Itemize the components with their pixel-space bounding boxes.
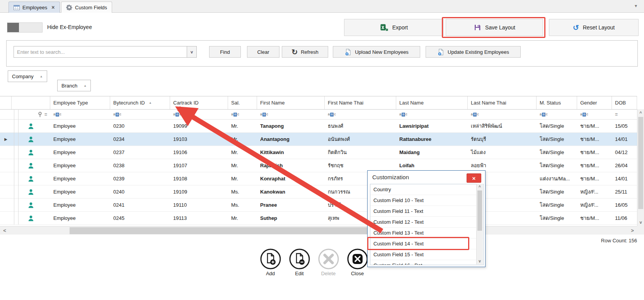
table-row[interactable]: ▶ Employee 0240 19109 Ms. Kanokwan กนกวร… bbox=[0, 185, 637, 199]
column-label: Sal. bbox=[231, 100, 240, 106]
column-header-m-status[interactable]: M. Status bbox=[537, 96, 577, 109]
column-header-last-name[interactable]: Last Name bbox=[396, 96, 468, 109]
column-header-dob[interactable]: DOB bbox=[612, 96, 637, 109]
filter-operator-icon[interactable]: = bbox=[44, 112, 47, 117]
vertical-scrollbar[interactable]: ^ v bbox=[637, 109, 644, 226]
horizontal-scrollbar[interactable]: < > bbox=[0, 226, 637, 235]
customization-list-item[interactable]: Custom Field 14 - Text bbox=[370, 238, 483, 249]
clear-button[interactable]: Clear bbox=[247, 46, 279, 58]
tab-close-icon[interactable]: × bbox=[51, 5, 55, 10]
filter-cell-first-name-thai[interactable]: aBc bbox=[325, 110, 396, 119]
column-header-last-name-thai[interactable]: Last Name Thai bbox=[468, 96, 537, 109]
group-chip-company[interactable]: Company ▲ bbox=[8, 70, 47, 82]
column-header-first-name[interactable]: First Name bbox=[257, 96, 325, 109]
filter-cell-last-name[interactable]: aBc bbox=[396, 110, 468, 119]
filter-cell-dob[interactable]: = bbox=[612, 110, 637, 119]
add-button[interactable]: Add bbox=[256, 248, 285, 276]
add-record-icon bbox=[260, 248, 281, 270]
employees-grid: Employee Type Bytecrunch ID▲ Cartrack ID… bbox=[0, 96, 637, 225]
update-existing-employees-button[interactable]: Update Existing Employees bbox=[426, 46, 521, 58]
column-header-gender[interactable]: Gender bbox=[577, 96, 612, 109]
customization-list-item[interactable]: Custom Field 15 - Text bbox=[370, 249, 483, 260]
text-filter-icon: aBc bbox=[260, 113, 268, 117]
table-row[interactable]: ▶ Employee 0245 19113 Mr. Suthep สุเทพ โ… bbox=[0, 212, 637, 225]
cell-dob: 16/05 bbox=[612, 199, 637, 211]
text-filter-icon: aBc bbox=[328, 113, 336, 117]
document-add-icon bbox=[344, 48, 352, 56]
filter-cell-gender[interactable]: aBc bbox=[577, 110, 612, 119]
filter-cell-employee-type[interactable]: aBc bbox=[50, 110, 110, 119]
cell-employee-type: Employee bbox=[50, 212, 110, 225]
text-filter-icon: aBc bbox=[231, 113, 239, 117]
column-label: Last Name Thai bbox=[471, 100, 506, 106]
export-button[interactable]: Export bbox=[344, 19, 444, 36]
tab-list-dropdown-icon[interactable]: ▾ bbox=[635, 3, 637, 9]
filter-cell-bytecrunch-id[interactable]: aBc bbox=[110, 110, 170, 119]
customization-list-item[interactable]: Custom Field 16 - Dat bbox=[370, 260, 483, 265]
column-header-first-name-thai[interactable]: First Name Thai bbox=[325, 96, 396, 109]
find-button[interactable]: Find bbox=[209, 46, 241, 58]
column-label: DOB bbox=[615, 100, 626, 106]
group-indent-line bbox=[18, 109, 19, 225]
scroll-left-icon[interactable]: < bbox=[1, 226, 9, 235]
table-row[interactable]: ▶ Employee 0237 19106 Mr. Kittikawin กิต… bbox=[0, 146, 637, 159]
scroll-up-icon[interactable]: ^ bbox=[637, 110, 644, 116]
table-row[interactable]: ▶ Employee 0241 19110 Ms. Pranee ปราณี โ… bbox=[0, 199, 637, 212]
hide-ex-employee-toggle[interactable] bbox=[7, 22, 43, 33]
filter-cell-first-name[interactable]: aBc bbox=[257, 110, 325, 119]
filter-cell-cartrack-id[interactable]: aBc bbox=[170, 110, 228, 119]
edit-button[interactable]: Edit bbox=[285, 248, 314, 276]
cell-first-name: Tanapong bbox=[257, 120, 325, 132]
cell-m-status: โสด/Single bbox=[537, 199, 577, 211]
toggle-knob[interactable] bbox=[7, 23, 19, 32]
tab-employees[interactable]: Employees × bbox=[9, 2, 60, 13]
cell-sal: Mr. bbox=[228, 146, 257, 159]
filter-cell-last-name-thai[interactable]: aBc bbox=[468, 110, 537, 119]
scroll-up-icon[interactable]: ^ bbox=[477, 184, 483, 190]
refresh-arrow-icon: ↻ bbox=[291, 48, 298, 56]
dialog-scrollbar-thumb[interactable] bbox=[477, 190, 482, 231]
row-icon-cell bbox=[12, 199, 50, 211]
customization-list-item[interactable]: Custom Field 13 - Text bbox=[370, 228, 483, 238]
dialog-scrollbar[interactable]: ^ v bbox=[476, 184, 483, 264]
scroll-down-icon[interactable]: v bbox=[637, 219, 644, 225]
scroll-down-icon[interactable]: v bbox=[477, 258, 483, 264]
row-indicator-cell: ▶ bbox=[0, 172, 12, 185]
vertical-scrollbar-thumb[interactable] bbox=[638, 117, 643, 209]
horizontal-scrollbar-thumb[interactable] bbox=[70, 227, 367, 234]
column-header-employee-type[interactable]: Employee Type bbox=[50, 96, 110, 109]
refresh-button[interactable]: ↻ Refresh bbox=[282, 46, 328, 58]
upload-new-employees-button[interactable]: Upload New Employees bbox=[333, 46, 420, 58]
tab-custom-fields[interactable]: Custom Fields bbox=[61, 2, 112, 13]
table-row[interactable]: ▶ Employee 0230 19099 Mr. Tanapong ธนพงศ… bbox=[0, 120, 637, 133]
customization-list-item[interactable]: Country bbox=[370, 184, 483, 195]
column-header-bytecrunch-id[interactable]: Bytecrunch ID▲ bbox=[110, 96, 170, 109]
filter-pin-cell[interactable]: = bbox=[12, 110, 50, 119]
delete-button[interactable]: Delete bbox=[314, 248, 343, 276]
table-row[interactable]: ▶ Employee 0239 19108 Mr. Konraphat กรภั… bbox=[0, 172, 637, 185]
cell-m-status: โสด/Single bbox=[537, 212, 577, 225]
save-layout-button[interactable]: Save Layout bbox=[446, 19, 543, 36]
scroll-right-icon[interactable]: > bbox=[629, 226, 636, 235]
customization-list-item[interactable]: Custom Field 12 - Text bbox=[370, 217, 483, 228]
add-label: Add bbox=[266, 271, 275, 276]
group-chip-branch[interactable]: Branch ▲ bbox=[57, 80, 91, 91]
filter-cell-m-status[interactable]: aBc bbox=[537, 110, 577, 119]
customization-list-item[interactable]: Custom Field 10 - Text bbox=[370, 195, 483, 206]
filter-cell-sal[interactable]: aBc bbox=[228, 110, 257, 119]
search-input[interactable] bbox=[14, 46, 187, 58]
reset-layout-button[interactable]: ↺ Reset Layout bbox=[549, 19, 639, 36]
cell-last-name-thai: รัตนบุรี bbox=[468, 133, 537, 146]
table-row[interactable]: ▶ Employee 0234 19103 Mr. Anantapong อนั… bbox=[0, 133, 637, 146]
table-row[interactable]: ▶ Employee 0238 19107 Mr. Rajakrish รัชก… bbox=[0, 159, 637, 172]
column-header-sal[interactable]: Sal. bbox=[228, 96, 257, 109]
filter-operator-icon: = bbox=[615, 112, 618, 117]
cell-bytecrunch-id: 0230 bbox=[110, 120, 170, 132]
dialog-close-button[interactable]: × bbox=[467, 173, 481, 183]
export-label: Export bbox=[392, 24, 408, 31]
column-header-cartrack-id[interactable]: Cartrack ID bbox=[170, 96, 228, 109]
customization-list-item[interactable]: Custom Field 11 - Text bbox=[370, 206, 483, 217]
cell-sal: Mr. bbox=[228, 120, 257, 132]
upload-new-employees-label: Upload New Employees bbox=[355, 49, 409, 55]
search-dropdown-button[interactable]: v bbox=[187, 46, 197, 58]
